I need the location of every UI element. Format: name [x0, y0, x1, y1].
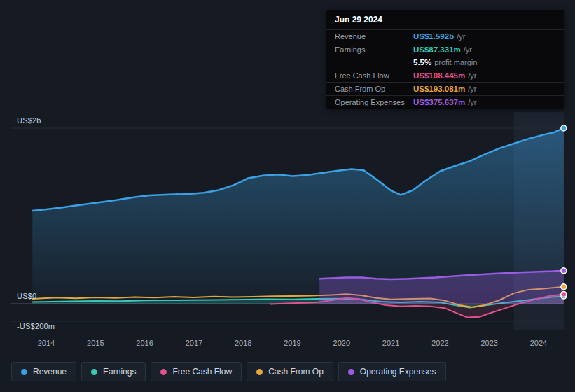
x-tick-label: 2022: [424, 339, 455, 347]
chart-legend: RevenueEarningsFree Cash FlowCash From O…: [11, 362, 446, 382]
tooltip-row-label: Revenue: [335, 32, 413, 41]
tooltip-row-revenue: RevenueUS$1.592b/yr: [326, 29, 564, 43]
legend-dot-icon: [21, 369, 27, 375]
legend-item-label: Revenue: [33, 367, 67, 377]
tooltip-row-earnings: EarningsUS$87.331m/yr: [326, 43, 564, 56]
series-end-dot: [561, 291, 567, 297]
tooltip-rows: RevenueUS$1.592b/yrEarningsUS$87.331m/yr…: [326, 29, 564, 108]
y-tick-label: -US$200m: [17, 322, 55, 330]
legend-item-label: Operating Expenses: [360, 367, 436, 377]
legend-item-earnings[interactable]: Earnings: [81, 362, 146, 382]
legend-item-label: Earnings: [103, 367, 136, 377]
tooltip-row-label: Cash From Op: [335, 85, 413, 93]
tooltip-row-suffix: /yr: [457, 32, 465, 41]
tooltip-date: Jun 29 2024: [326, 10, 564, 29]
x-tick-label: 2014: [31, 339, 62, 347]
data-tooltip: Jun 29 2024 RevenueUS$1.592b/yrEarningsU…: [326, 10, 564, 108]
series-end-dot: [561, 284, 567, 290]
tooltip-row-operating-expenses: Operating ExpensesUS$375.637m/yr: [326, 95, 564, 108]
tooltip-row-value: US$108.445m: [413, 71, 465, 80]
legend-item-cash-from-op[interactable]: Cash From Op: [247, 362, 333, 382]
tooltip-row-suffix: /yr: [468, 71, 476, 80]
legend-dot-icon: [256, 369, 263, 375]
earnings-revenue-chart: US$2bUS$0-US$200m 2014201520162017201820…: [0, 0, 575, 392]
tooltip-row-free-cash-flow: Free Cash FlowUS$108.445m/yr: [326, 69, 564, 82]
x-tick-label: 2023: [474, 339, 505, 347]
series-end-dot: [561, 268, 567, 274]
series-end-dot: [561, 125, 567, 131]
y-tick-label: US$2b: [17, 116, 41, 125]
legend-item-label: Cash From Op: [268, 367, 324, 377]
tooltip-row-suffix: profit margin: [434, 58, 477, 66]
tooltip-row-value: 5.5%: [413, 58, 431, 66]
legend-item-operating-expenses[interactable]: Operating Expenses: [338, 362, 446, 382]
legend-dot-icon: [91, 369, 97, 375]
legend-item-revenue[interactable]: Revenue: [11, 362, 76, 382]
x-tick-label: 2017: [179, 339, 209, 347]
tooltip-row-profit-margin: 5.5%profit margin: [326, 56, 564, 69]
tooltip-row-value: US$87.331m: [413, 46, 461, 54]
tooltip-row-suffix: /yr: [464, 46, 472, 54]
tooltip-row-label: Free Cash Flow: [335, 71, 413, 80]
x-tick-label: 2019: [277, 339, 308, 347]
tooltip-row-suffix: /yr: [468, 85, 476, 93]
tooltip-row-value: US$193.081m: [413, 85, 465, 93]
tooltip-row-value: US$375.637m: [413, 98, 465, 106]
y-tick-label: US$0: [17, 292, 36, 300]
legend-dot-icon: [160, 369, 167, 375]
legend-item-label: Free Cash Flow: [172, 367, 232, 377]
legend-item-free-cash-flow[interactable]: Free Cash Flow: [151, 362, 242, 382]
tooltip-row-label: Operating Expenses: [335, 98, 413, 106]
x-tick-label: 2015: [80, 339, 111, 347]
x-tick-label: 2018: [228, 339, 258, 347]
tooltip-row-label: Earnings: [335, 46, 413, 54]
tooltip-row-value: US$1.592b: [413, 32, 454, 41]
tooltip-row-suffix: /yr: [468, 98, 476, 106]
x-tick-label: 2021: [375, 339, 406, 347]
x-tick-label: 2020: [326, 339, 357, 347]
legend-dot-icon: [348, 369, 354, 375]
tooltip-row-cash-from-op: Cash From OpUS$193.081m/yr: [326, 82, 564, 95]
x-tick-label: 2016: [130, 339, 160, 347]
x-tick-label: 2024: [523, 339, 554, 347]
